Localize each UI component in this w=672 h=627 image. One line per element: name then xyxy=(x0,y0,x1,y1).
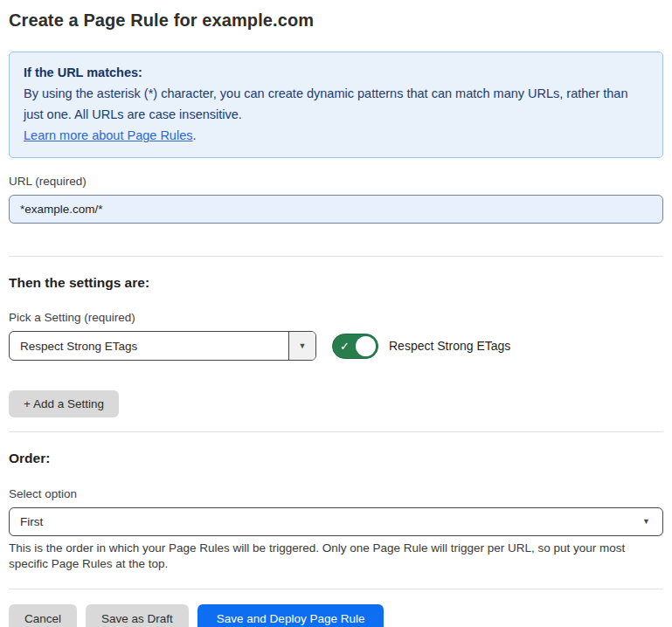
pick-setting-label: Pick a Setting (required) xyxy=(9,311,663,324)
link-period: . xyxy=(192,128,196,142)
add-setting-button[interactable]: + Add a Setting xyxy=(9,390,119,417)
info-box-link-line: Learn more about Page Rules. xyxy=(24,125,648,146)
order-select[interactable]: First ▼ xyxy=(9,507,663,536)
chevron-down-icon: ▼ xyxy=(642,518,650,526)
url-input[interactable] xyxy=(9,195,663,224)
toggle-knob xyxy=(356,336,376,356)
url-field-label: URL (required) xyxy=(9,175,663,188)
order-help-text: This is the order in which your Page Rul… xyxy=(9,541,655,571)
setting-row: Respect Strong ETags ▼ ✓ Respect Strong … xyxy=(9,331,663,361)
order-section-heading: Order: xyxy=(9,451,663,466)
settings-section-heading: Then the settings are: xyxy=(9,275,663,291)
learn-more-link[interactable]: Learn more about Page Rules xyxy=(24,128,192,142)
setting-select-arrow-button[interactable]: ▼ xyxy=(288,332,315,360)
chevron-down-icon: ▼ xyxy=(299,342,307,350)
save-deploy-button[interactable]: Save and Deploy Page Rule xyxy=(197,604,384,627)
section-divider xyxy=(9,431,663,432)
save-draft-button[interactable]: Save as Draft xyxy=(86,604,189,627)
page-title: Create a Page Rule for example.com xyxy=(9,10,663,31)
url-matches-info-box: If the URL matches: By using the asteris… xyxy=(9,52,663,158)
footer-divider xyxy=(9,589,663,589)
info-box-heading: If the URL matches: xyxy=(24,62,648,83)
toggle-label: Respect Strong ETags xyxy=(389,339,510,353)
create-page-rule-form: Create a Page Rule for example.com If th… xyxy=(0,0,672,627)
order-select-value: First xyxy=(20,515,43,528)
cancel-button[interactable]: Cancel xyxy=(9,604,77,627)
setting-select-value: Respect Strong ETags xyxy=(10,332,288,360)
order-select-label: Select option xyxy=(9,487,663,500)
section-divider xyxy=(9,256,663,257)
info-box-body: By using the asterisk (*) character, you… xyxy=(24,83,635,125)
footer-button-row: Cancel Save as Draft Save and Deploy Pag… xyxy=(9,604,663,627)
setting-select[interactable]: Respect Strong ETags ▼ xyxy=(9,331,316,361)
respect-strong-etags-toggle[interactable]: ✓ xyxy=(332,334,378,359)
toggle-check-icon: ✓ xyxy=(340,341,350,352)
